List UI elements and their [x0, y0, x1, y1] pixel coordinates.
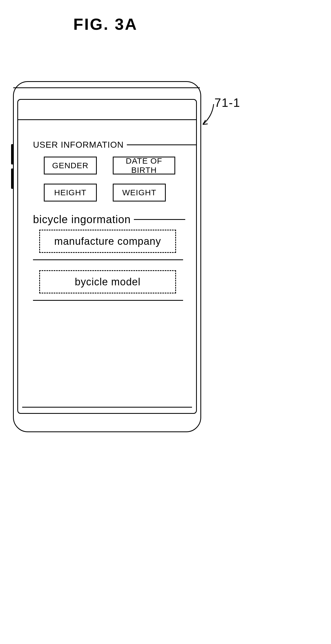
field-label: GENDER	[52, 161, 88, 170]
figure-title: FIG. 3A	[0, 15, 211, 34]
section-title: USER INFORMATION	[33, 140, 124, 150]
field-label: HEIGHT	[54, 188, 86, 197]
phone-screen: USER INFORMATION GENDER DATE OF BIRTH HE…	[17, 99, 197, 414]
callout-label-71-1: 71-1	[214, 96, 240, 110]
callout-arrow-71-1	[200, 103, 215, 127]
field-label: WEIGHT	[122, 188, 156, 197]
weight-button[interactable]: WEIGHT	[113, 184, 166, 202]
phone-body: USER INFORMATION GENDER DATE OF BIRTH HE…	[13, 81, 201, 432]
side-button-2[interactable]	[11, 169, 13, 189]
section-header-bike-info: bicycle ingormation	[33, 213, 185, 226]
side-button-1[interactable]	[11, 144, 13, 164]
field-label: DATE OF BIRTH	[114, 156, 174, 175]
divider-1	[33, 259, 183, 260]
field-label: manufacture company	[54, 236, 161, 247]
screen-bottom-line	[22, 407, 192, 408]
section-title: bicycle ingormation	[33, 213, 131, 226]
phone-top-band	[13, 87, 200, 96]
bicycle-model-button[interactable]: bycicle model	[39, 270, 176, 293]
date-of-birth-button[interactable]: DATE OF BIRTH	[113, 157, 175, 174]
field-label: bycicle model	[75, 276, 140, 288]
manufacturer-button[interactable]: manufacture company	[39, 230, 176, 253]
section-header-user-info: USER INFORMATION	[33, 140, 197, 150]
section-rule	[127, 144, 197, 145]
gender-button[interactable]: GENDER	[44, 157, 97, 174]
height-button[interactable]: HEIGHT	[44, 184, 97, 202]
status-bar	[18, 100, 196, 120]
section-rule	[134, 219, 185, 220]
divider-2	[33, 300, 183, 301]
